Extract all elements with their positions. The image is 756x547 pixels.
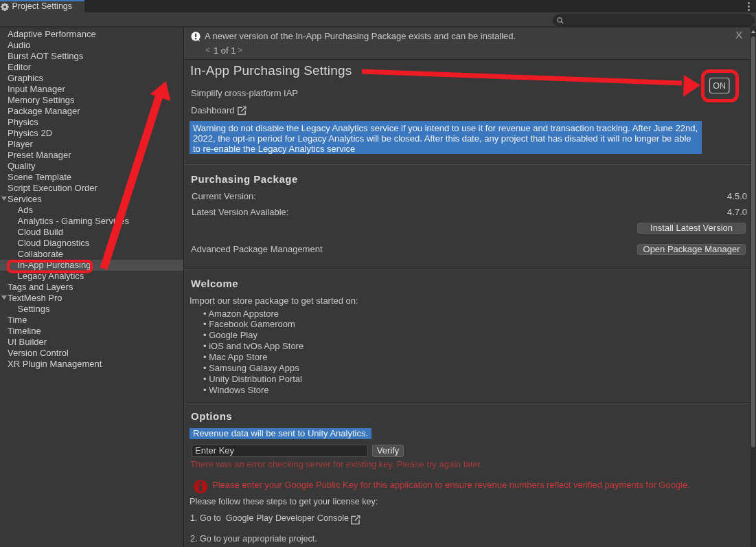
svg-text:ON: ON bbox=[713, 81, 726, 91]
